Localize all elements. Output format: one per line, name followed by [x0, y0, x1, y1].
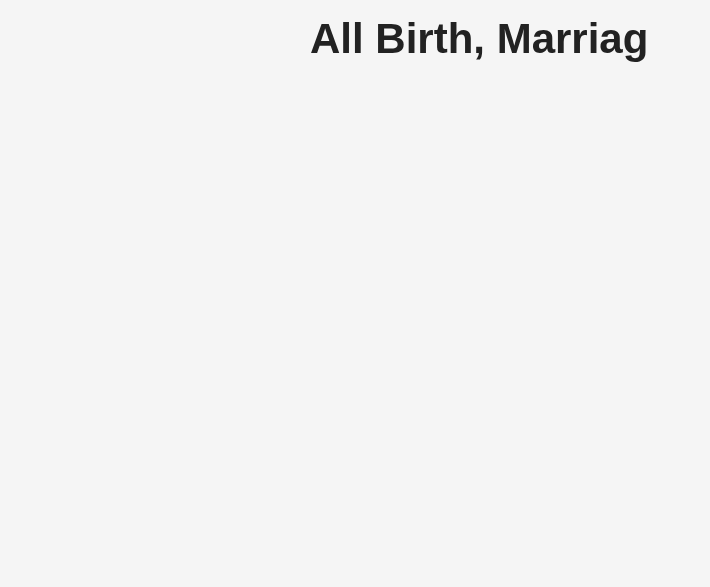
page-title: All Birth, Marriag — [310, 15, 710, 63]
